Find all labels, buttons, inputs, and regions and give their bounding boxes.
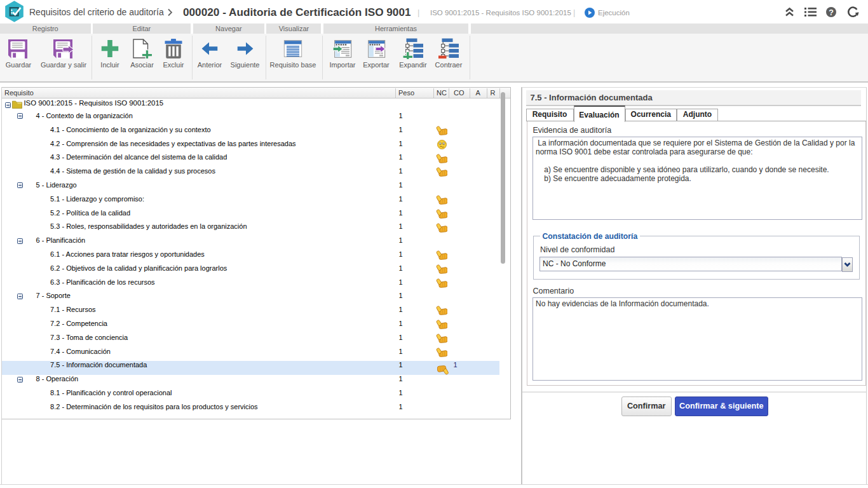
svg-text:?: ?: [829, 8, 834, 17]
